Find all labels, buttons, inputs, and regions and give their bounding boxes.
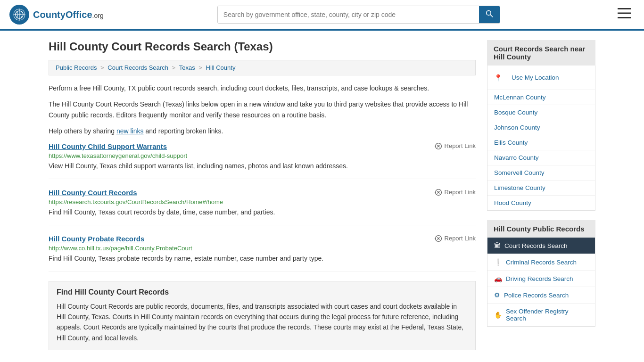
record-header-1: Hill County Court Records Report Link [49, 189, 476, 197]
hood-county-link[interactable]: Hood County [487, 196, 595, 210]
list-item: Hood County [487, 196, 595, 210]
list-item: Bosque County [487, 105, 595, 120]
record-title-2[interactable]: Hill County Probate Records [49, 235, 144, 243]
somervell-county-link[interactable]: Somervell County [487, 165, 595, 180]
driving-records-icon: 🚗 [494, 275, 502, 282]
logo-icon [9, 5, 29, 25]
svg-rect-6 [618, 8, 631, 9]
record-item-0: Hill County Child Support Warrants Repor… [49, 142, 476, 179]
menu-button[interactable] [614, 6, 635, 23]
record-title-0[interactable]: Hill County Child Support Warrants [49, 142, 167, 150]
breadcrumb-court-records[interactable]: Court Records Search [107, 64, 168, 71]
sex-offender-icon: ✋ [494, 311, 502, 319]
criminal-records-search-link[interactable]: ❕ Criminal Records Search [487, 254, 595, 270]
bosque-county-link[interactable]: Bosque County [487, 105, 595, 120]
search-area [217, 6, 500, 24]
new-links-link[interactable]: new links [116, 127, 144, 135]
mclennan-county-link[interactable]: McLennan County [487, 90, 595, 105]
logo-text: CountyOffice.org [33, 9, 104, 20]
record-header-0: Hill County Child Support Warrants Repor… [49, 142, 476, 150]
report-link-0[interactable]: Report Link [435, 142, 476, 150]
ellis-county-link[interactable]: Ellis County [487, 135, 595, 150]
list-item: Navarro County [487, 150, 595, 165]
limestone-county-link[interactable]: Limestone County [487, 181, 595, 195]
svg-line-5 [490, 15, 493, 17]
police-records-search-link[interactable]: ⚙ Police Records Search [487, 287, 595, 303]
svg-rect-8 [618, 17, 631, 18]
use-my-location-item: 📍 Use My Location [487, 66, 595, 90]
search-input[interactable] [218, 6, 479, 23]
find-section-text: Hill County Court Records are public rec… [57, 301, 468, 344]
record-url-0: https://www.texasattorneygeneral.gov/chi… [49, 152, 476, 159]
nearby-counties-list: 📍 Use My Location McLennan County Bosque… [487, 66, 595, 211]
pub-rec-driving-records: 🚗 Driving Records Search [487, 271, 595, 287]
sidebar-public-records-header: Hill County Public Records [487, 220, 595, 238]
pub-rec-sex-offender: ✋ Sex Offender Registry Search [487, 304, 595, 326]
pub-rec-police-records: ⚙ Police Records Search [487, 287, 595, 304]
breadcrumb: Public Records > Court Records Search > … [49, 60, 476, 75]
record-url-2: http://www.co.hill.tx.us/page/hill.Count… [49, 245, 476, 252]
page-title: Hill County Court Records Search (Texas) [49, 40, 476, 53]
sidebar-public-records-section: Hill County Public Records 🏛 Court Recor… [487, 220, 595, 327]
record-desc-2: Find Hill County, Texas probate records … [49, 254, 476, 263]
record-url-1: https://research.txcourts.gov/CourtRecor… [49, 198, 476, 206]
johnson-county-link[interactable]: Johnson County [487, 120, 595, 135]
record-header-2: Hill County Probate Records Report Link [49, 235, 476, 243]
intro-paragraph-3: Help others by sharing new links and rep… [49, 126, 476, 136]
search-button[interactable] [479, 6, 500, 23]
list-item: McLennan County [487, 90, 595, 105]
intro-paragraph-2: The Hill County Court Records Search (Te… [49, 99, 476, 120]
record-item-1: Hill County Court Records Report Link ht… [49, 189, 476, 225]
list-item: Limestone County [487, 181, 595, 196]
report-link-1[interactable]: Report Link [435, 189, 476, 196]
site-header: CountyOffice.org [0, 0, 644, 31]
logo-area: CountyOffice.org [9, 5, 104, 25]
breadcrumb-hill-county[interactable]: Hill County [206, 64, 236, 71]
location-icon: 📍 [494, 74, 502, 82]
main-content: Hill County Court Records Search (Texas)… [49, 40, 476, 350]
find-section-title: Find Hill County Court Records [57, 288, 468, 296]
record-desc-0: View Hill County, Texas child support wa… [49, 161, 476, 171]
svg-rect-7 [618, 13, 631, 14]
breadcrumb-public-records[interactable]: Public Records [56, 64, 97, 71]
list-item: Ellis County [487, 135, 595, 150]
search-box [217, 6, 500, 24]
breadcrumb-sep-2: > [172, 64, 177, 71]
use-my-location-link[interactable]: Use My Location [505, 70, 566, 85]
pub-rec-court-records: 🏛 Court Records Search [487, 238, 595, 254]
sex-offender-search-link[interactable]: ✋ Sex Offender Registry Search [487, 304, 595, 326]
court-records-search-link[interactable]: 🏛 Court Records Search [487, 238, 595, 254]
svg-point-4 [486, 11, 491, 16]
sidebar: Court Records Search near Hill County 📍 … [487, 40, 595, 350]
police-records-icon: ⚙ [494, 291, 500, 299]
breadcrumb-texas[interactable]: Texas [179, 64, 195, 71]
driving-records-search-link[interactable]: 🚗 Driving Records Search [487, 271, 595, 287]
sidebar-nearby-section: Court Records Search near Hill County 📍 … [487, 40, 595, 211]
sidebar-nearby-header: Court Records Search near Hill County [487, 40, 595, 66]
record-item-2: Hill County Probate Records Report Link … [49, 235, 476, 272]
content-wrapper: Hill County Court Records Search (Texas)… [39, 31, 605, 360]
list-item: Johnson County [487, 120, 595, 135]
navarro-county-link[interactable]: Navarro County [487, 150, 595, 165]
report-link-2[interactable]: Report Link [435, 235, 476, 242]
criminal-records-icon: ❕ [494, 258, 502, 266]
record-desc-1: Find Hill County, Texas court records by… [49, 207, 476, 217]
record-title-1[interactable]: Hill County Court Records [49, 189, 137, 197]
breadcrumb-sep-3: > [198, 64, 204, 71]
list-item: Somervell County [487, 165, 595, 181]
intro-paragraph-1: Perform a free Hill County, TX public co… [49, 83, 476, 93]
public-records-list: 🏛 Court Records Search ❕ Criminal Record… [487, 238, 595, 327]
find-section: Find Hill County Court Records Hill Coun… [49, 281, 476, 351]
breadcrumb-sep-1: > [100, 64, 106, 71]
court-records-icon: 🏛 [494, 242, 501, 249]
pub-rec-criminal-records: ❕ Criminal Records Search [487, 254, 595, 271]
